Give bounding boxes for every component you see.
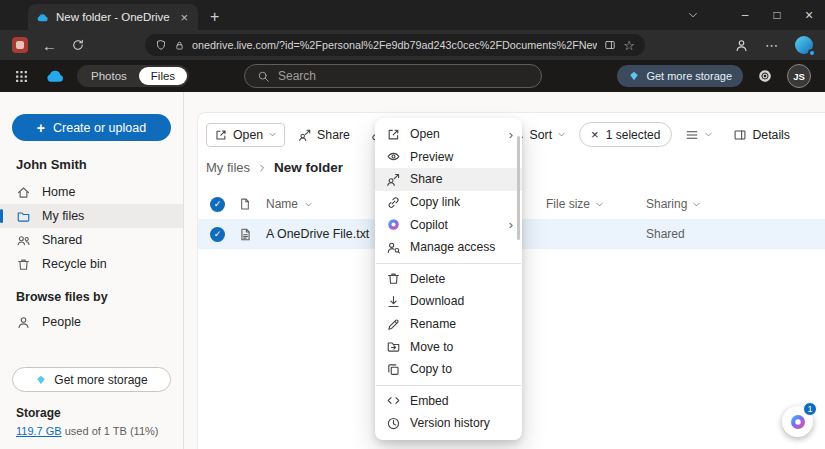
file-name: A OneDrive File.txt bbox=[266, 227, 369, 241]
open-icon bbox=[386, 127, 401, 142]
menu-item-copilot[interactable]: Copilot › bbox=[375, 213, 522, 236]
rename-pencil-icon bbox=[386, 317, 401, 332]
trash-icon bbox=[386, 271, 401, 286]
menu-scrollbar[interactable] bbox=[517, 136, 520, 240]
select-all-checkbox[interactable]: ✓ bbox=[210, 197, 225, 212]
menu-separator bbox=[376, 263, 521, 264]
selection-count-pill[interactable]: × 1 selected bbox=[579, 122, 672, 147]
diamond-icon bbox=[628, 70, 640, 82]
address-bar[interactable]: onedrive.live.com/?id=%2Fpersonal%2Fe9db… bbox=[145, 34, 645, 56]
copilot-notification-badge: 1 bbox=[803, 402, 817, 416]
sidebar-item-recycle-bin[interactable]: Recycle bin bbox=[0, 252, 183, 276]
sidebar: + Create or upload John Smith Home My fi… bbox=[0, 92, 184, 449]
clear-selection-icon[interactable]: × bbox=[591, 128, 599, 141]
menu-item-share[interactable]: Share bbox=[375, 168, 522, 191]
menu-item-manage-access[interactable]: Manage access bbox=[375, 236, 522, 259]
edge-account-avatar[interactable] bbox=[795, 36, 813, 54]
tab-list-chevron-icon[interactable] bbox=[677, 0, 709, 30]
toggle-files[interactable]: Files bbox=[139, 67, 187, 85]
browser-addressbar: ← onedrive.live.com/?id=%2Fpersonal%2Fe9… bbox=[0, 30, 825, 60]
header-type-cell bbox=[238, 197, 266, 211]
chevron-right-icon bbox=[257, 163, 267, 173]
browser-tab[interactable]: New folder - OneDrive × bbox=[28, 4, 198, 30]
sidebar-user-name: John Smith bbox=[16, 157, 167, 172]
onedrive-logo[interactable] bbox=[45, 66, 65, 86]
app-launcher-icon[interactable] bbox=[14, 69, 29, 84]
chevron-down-icon bbox=[268, 130, 277, 139]
row-checkbox-cell: ✓ bbox=[208, 227, 238, 242]
open-button[interactable]: Open bbox=[206, 123, 285, 147]
back-icon[interactable]: ← bbox=[42, 38, 57, 53]
sidebar-item-people[interactable]: People bbox=[0, 310, 183, 334]
menu-item-move-to[interactable]: Move to bbox=[375, 335, 522, 358]
sidebar-item-shared[interactable]: Shared bbox=[0, 228, 183, 252]
menu-item-version-history[interactable]: Version history bbox=[375, 412, 522, 435]
get-more-storage-button[interactable]: Get more storage bbox=[617, 65, 743, 87]
details-button[interactable]: Details bbox=[726, 124, 797, 146]
minimize-button[interactable]: – bbox=[729, 0, 761, 30]
diamond-icon bbox=[35, 374, 47, 386]
refresh-icon[interactable] bbox=[71, 38, 85, 52]
browser-window: New folder - OneDrive × + – □ × ← onedri… bbox=[0, 0, 825, 449]
menu-item-download[interactable]: Download bbox=[375, 290, 522, 313]
menu-item-copy-to[interactable]: Copy to bbox=[375, 358, 522, 381]
preview-eye-icon bbox=[386, 149, 401, 164]
create-or-upload-button[interactable]: + Create or upload bbox=[12, 114, 171, 141]
home-icon bbox=[16, 185, 31, 200]
menu-item-delete[interactable]: Delete bbox=[375, 268, 522, 291]
submenu-chevron-icon: › bbox=[509, 218, 513, 231]
list-view-icon bbox=[685, 128, 699, 142]
version-history-clock-icon bbox=[386, 416, 401, 431]
onedrive-favicon bbox=[36, 11, 49, 24]
row-checkbox[interactable]: ✓ bbox=[210, 227, 225, 242]
close-button[interactable]: × bbox=[793, 0, 825, 30]
toggle-photos[interactable]: Photos bbox=[79, 67, 139, 85]
copy-to-icon bbox=[386, 362, 401, 377]
sidebar-storage-section: Get more storage Storage 119.7 GB used o… bbox=[0, 367, 183, 437]
view-options-button[interactable] bbox=[678, 124, 720, 146]
column-header-sharing[interactable]: Sharing bbox=[646, 197, 815, 211]
share-icon bbox=[386, 172, 401, 187]
submenu-chevron-icon: › bbox=[509, 128, 513, 141]
workspaces-icon[interactable] bbox=[12, 37, 28, 53]
copilot-icon bbox=[788, 412, 808, 432]
copilot-fab[interactable]: 1 bbox=[782, 406, 813, 437]
breadcrumb-current-folder: New folder bbox=[274, 160, 343, 175]
sidebar-item-my-files[interactable]: My files bbox=[0, 204, 183, 228]
search-box[interactable] bbox=[244, 64, 542, 88]
sharing-status: Shared bbox=[646, 227, 685, 241]
chevron-down-icon bbox=[557, 130, 566, 139]
link-icon bbox=[386, 195, 401, 210]
tab-close-icon[interactable]: × bbox=[178, 10, 190, 25]
split-screen-icon[interactable] bbox=[604, 39, 616, 51]
text-file-icon bbox=[238, 227, 253, 242]
sidebar-item-home[interactable]: Home bbox=[0, 180, 183, 204]
breadcrumb-my-files[interactable]: My files bbox=[206, 160, 250, 175]
header-checkbox-cell: ✓ bbox=[208, 197, 238, 212]
menu-item-copy-link[interactable]: Copy link bbox=[375, 191, 522, 214]
menu-item-open[interactable]: Open › bbox=[375, 123, 522, 146]
favorite-star-icon[interactable]: ☆ bbox=[623, 39, 635, 52]
column-header-file-size[interactable]: File size bbox=[546, 197, 646, 211]
more-menu-icon[interactable]: ⋯ bbox=[765, 39, 779, 52]
download-icon bbox=[386, 294, 401, 309]
storage-usage: 119.7 GB used of 1 TB (11%) bbox=[16, 425, 167, 437]
chevron-down-icon bbox=[595, 200, 604, 209]
account-avatar[interactable]: JS bbox=[787, 64, 811, 88]
menu-item-rename[interactable]: Rename bbox=[375, 313, 522, 336]
menu-item-embed[interactable]: Embed bbox=[375, 390, 522, 413]
share-icon bbox=[298, 128, 312, 142]
lock-icon bbox=[174, 40, 185, 51]
photos-files-toggle: Photos Files bbox=[77, 65, 189, 87]
maximize-button[interactable]: □ bbox=[761, 0, 793, 30]
new-tab-button[interactable]: + bbox=[210, 8, 219, 26]
share-button[interactable]: Share bbox=[291, 124, 357, 146]
settings-gear-icon[interactable] bbox=[757, 68, 773, 84]
search-input[interactable] bbox=[278, 69, 529, 83]
chevron-down-icon bbox=[692, 200, 701, 209]
storage-used-link[interactable]: 119.7 GB bbox=[16, 425, 62, 437]
plus-icon: + bbox=[37, 120, 45, 136]
browser-profile-icon[interactable] bbox=[734, 38, 749, 53]
menu-item-preview[interactable]: Preview bbox=[375, 146, 522, 169]
sidebar-get-more-storage-button[interactable]: Get more storage bbox=[12, 367, 171, 392]
